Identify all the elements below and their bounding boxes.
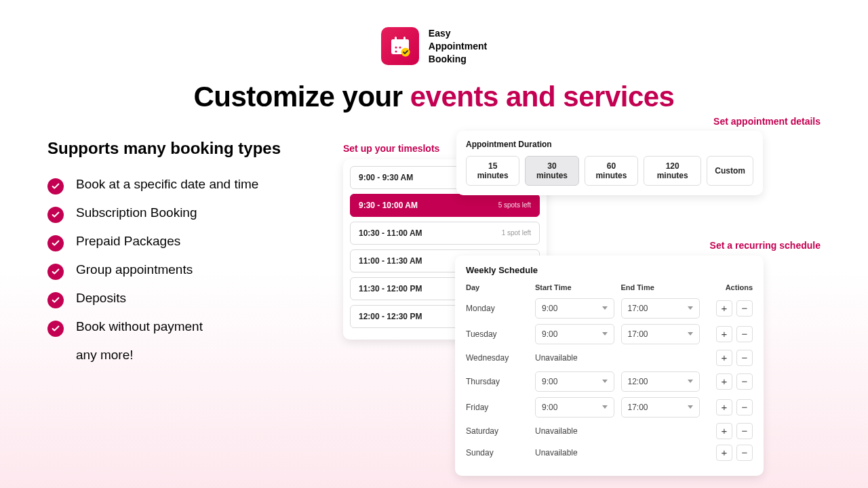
feature-text: Deposits: [76, 291, 126, 306]
chevron-down-icon: [688, 380, 693, 383]
add-slot-button[interactable]: +: [716, 423, 732, 439]
duration-option[interactable]: 30 minutes: [525, 156, 578, 186]
timeslot-time: 9:00 - 9:30 AM: [359, 173, 413, 182]
schedule-title: Weekly Schedule: [466, 265, 753, 275]
add-slot-button[interactable]: +: [716, 373, 732, 390]
timeslot-time: 11:00 - 11:30 AM: [359, 256, 422, 266]
feature-item: Deposits: [47, 291, 319, 308]
row-actions: +−: [707, 350, 753, 366]
remove-slot-button[interactable]: −: [736, 423, 753, 439]
unavailable-text: Unavailable: [535, 353, 700, 363]
remove-slot-button[interactable]: −: [736, 326, 753, 342]
schedule-day: Tuesday: [466, 329, 528, 339]
chevron-down-icon: [602, 306, 608, 310]
check-icon: [47, 292, 64, 308]
start-time-select[interactable]: 9:00: [535, 298, 614, 319]
start-time-select[interactable]: 9:00: [535, 397, 614, 418]
start-time-select[interactable]: 9:00: [535, 371, 614, 392]
feature-list: Book at a specific date and timeSubscrip…: [47, 177, 319, 337]
check-icon: [47, 207, 64, 223]
feature-item: Subscription Booking: [47, 205, 319, 223]
app-logo: Easy Appointment Booking: [47, 27, 821, 66]
schedule-day: Sunday: [466, 448, 528, 458]
schedule-day: Thursday: [466, 377, 528, 386]
calendar-icon: [381, 27, 419, 65]
remove-slot-button[interactable]: −: [736, 445, 753, 461]
start-time-select[interactable]: 9:00: [535, 324, 614, 344]
end-time-select[interactable]: 12:00: [621, 371, 701, 392]
timeslot-time: 11:30 - 12:00 PM: [359, 284, 422, 293]
remove-slot-button[interactable]: −: [736, 300, 753, 317]
remove-slot-button[interactable]: −: [736, 350, 753, 366]
remove-slot-button[interactable]: −: [736, 399, 753, 415]
check-icon: [47, 264, 64, 280]
row-actions: +−: [707, 300, 753, 317]
feature-text: Group appointments: [76, 262, 193, 277]
col-end: End Time: [621, 283, 701, 291]
row-actions: +−: [707, 445, 753, 461]
schedule-row: Tuesday9:0017:00+−: [466, 324, 753, 344]
timeslot-option[interactable]: 9:30 - 10:00 AM5 spots left: [350, 194, 540, 217]
remove-slot-button[interactable]: −: [736, 373, 753, 390]
time-value: 9:00: [542, 377, 557, 386]
app-name: Easy Appointment Booking: [429, 27, 487, 66]
time-value: 9:00: [542, 304, 557, 313]
extra-text: any more!: [76, 348, 319, 363]
schedule-header: Day Start Time End Time Actions: [466, 283, 753, 291]
svg-rect-1: [391, 39, 409, 43]
chevron-down-icon: [602, 405, 608, 409]
unavailable-text: Unavailable: [535, 448, 700, 458]
schedule-day: Monday: [466, 304, 528, 313]
duration-option[interactable]: Custom: [707, 156, 753, 186]
schedule-row: Friday9:0017:00+−: [466, 397, 753, 418]
duration-panel: Appointment Duration 15 minutes30 minute…: [456, 131, 763, 195]
time-value: 9:00: [542, 329, 557, 339]
add-slot-button[interactable]: +: [716, 300, 732, 317]
check-icon: [47, 321, 64, 337]
timeslot-time: 12:00 - 12:30 PM: [359, 312, 422, 321]
check-icon: [47, 178, 64, 195]
duration-option[interactable]: 60 minutes: [585, 156, 638, 186]
feature-item: Book at a specific date and time: [47, 177, 319, 195]
svg-point-5: [399, 47, 401, 49]
svg-point-6: [395, 51, 397, 53]
schedule-day: Saturday: [466, 426, 528, 436]
add-slot-button[interactable]: +: [716, 445, 732, 461]
timeslot-availability: 1 spot left: [502, 229, 531, 237]
row-actions: +−: [707, 423, 753, 439]
col-actions: Actions: [707, 283, 753, 291]
recurring-label: Set a recurring schedule: [710, 240, 821, 251]
time-value: 17:00: [628, 403, 648, 412]
svg-rect-3: [403, 37, 406, 41]
timeslot-option[interactable]: 10:30 - 11:00 AM1 spot left: [350, 222, 540, 245]
time-value: 17:00: [628, 304, 648, 313]
row-actions: +−: [707, 326, 753, 342]
duration-option[interactable]: 120 minutes: [644, 156, 701, 186]
chevron-down-icon: [688, 405, 693, 409]
time-value: 9:00: [542, 403, 557, 412]
end-time-select[interactable]: 17:00: [621, 397, 701, 418]
end-time-select[interactable]: 17:00: [621, 324, 701, 344]
row-actions: +−: [707, 399, 753, 415]
check-icon: [47, 235, 64, 251]
schedule-panel: Weekly Schedule Day Start Time End Time …: [455, 256, 764, 476]
duration-option[interactable]: 15 minutes: [466, 156, 519, 186]
feature-item: Book without payment: [47, 319, 319, 337]
unavailable-text: Unavailable: [535, 426, 700, 436]
svg-point-4: [395, 47, 397, 49]
time-value: 12:00: [628, 377, 648, 386]
page-headline: Customize your events and services: [47, 81, 821, 113]
features-heading: Supports many booking types: [47, 139, 319, 158]
feature-text: Book without payment: [76, 319, 203, 334]
time-value: 17:00: [628, 329, 648, 339]
schedule-row: Monday9:0017:00+−: [466, 298, 753, 319]
timeslot-availability: 5 spots left: [498, 201, 531, 209]
end-time-select[interactable]: 17:00: [621, 298, 701, 319]
chevron-down-icon: [688, 306, 693, 310]
add-slot-button[interactable]: +: [716, 326, 732, 342]
schedule-day: Wednesday: [466, 353, 528, 363]
details-label: Set appointment details: [713, 116, 821, 127]
feature-text: Subscription Booking: [76, 205, 197, 220]
add-slot-button[interactable]: +: [716, 350, 732, 366]
add-slot-button[interactable]: +: [716, 399, 732, 415]
